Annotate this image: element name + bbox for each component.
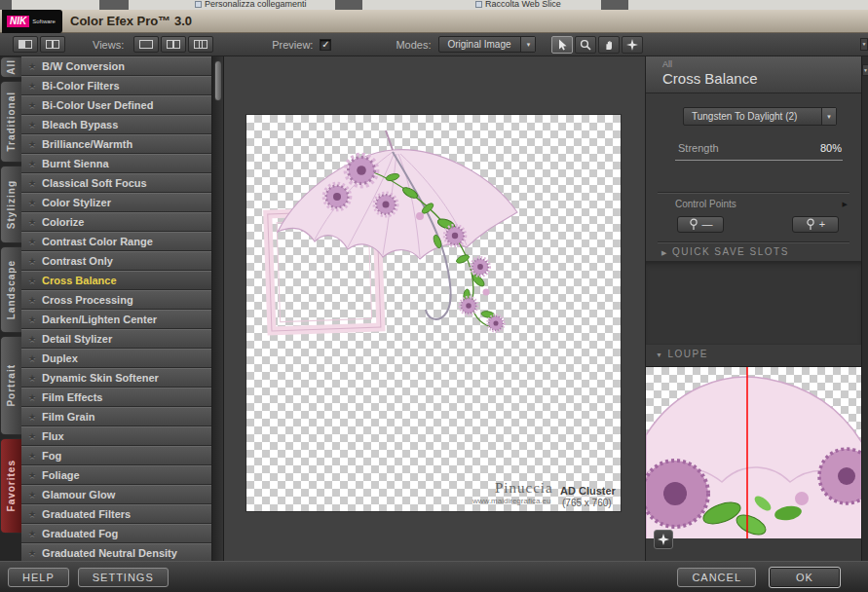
filter-item-fog[interactable]: ★Fog	[21, 446, 212, 465]
toolbar-scroll-arrow-icon[interactable]: ▼	[860, 38, 868, 51]
preview-label: Preview:	[272, 39, 313, 51]
filter-item-color-stylizer[interactable]: ★Color Stylizer	[21, 193, 212, 212]
nik-logo-mark: NIK	[7, 16, 29, 27]
favorites-link[interactable]: Personalizza collegamenti	[195, 0, 307, 9]
filter-item-flux[interactable]: ★Flux	[21, 426, 212, 446]
scroll-down-icon[interactable]: ▼	[862, 64, 868, 76]
nik-software-logo: NIK Software	[2, 10, 62, 33]
loupe-header[interactable]: ▼LOUPE	[656, 349, 708, 359]
filter-label: Darken/Lighten Center	[42, 314, 157, 325]
filter-item-bleach-bypass[interactable]: ★Bleach Bypass	[21, 115, 212, 134]
tab-portrait[interactable]: Portrait	[0, 336, 21, 435]
views-label: Views:	[93, 39, 124, 51]
filter-item-detail-stylizer[interactable]: ★Detail Stylizer	[21, 329, 212, 349]
filter-item-dynamic-skin-softener[interactable]: ★Dynamic Skin Softener	[21, 368, 212, 388]
tab-favorites[interactable]: Favorites	[0, 438, 21, 534]
filter-item-bi-color-filters[interactable]: ★Bi-Color Filters	[21, 76, 212, 95]
loupe-control-point-button[interactable]	[654, 530, 673, 549]
view-single-button[interactable]	[133, 36, 159, 53]
umbrella-artwork	[246, 115, 621, 511]
filter-item-film-effects[interactable]: ★Film Effects	[21, 388, 212, 407]
remove-control-point-button[interactable]: —	[677, 216, 724, 233]
filter-label: Bi-Color Filters	[42, 80, 119, 92]
settings-button[interactable]: SETTINGS	[78, 568, 169, 587]
check-icon: ✓	[321, 39, 329, 50]
filter-item-graduated-filters[interactable]: ★Graduated Filters	[21, 504, 212, 524]
filter-item-bi-color-user-defined[interactable]: ★Bi-Color User Defined	[21, 95, 212, 115]
filter-item-graduated-neutral-density[interactable]: ★Graduated Neutral Density	[21, 543, 212, 561]
loupe-view[interactable]	[646, 366, 861, 538]
filter-item-film-grain[interactable]: ★Film Grain	[21, 407, 212, 426]
filter-label: Duplex	[42, 352, 78, 364]
tab-traditional[interactable]: Traditional	[0, 81, 21, 163]
tab-landscape[interactable]: Landscape	[0, 246, 21, 333]
favorites-link[interactable]: Raccolta Web Slice	[475, 0, 561, 9]
divider	[658, 192, 849, 194]
filter-item-contrast-color-range[interactable]: ★Contrast Color Range	[21, 232, 212, 251]
star-icon: ★	[28, 471, 36, 480]
filter-item-darken-lighten-center[interactable]: ★Darken/Lighten Center	[21, 310, 212, 329]
filter-label: Dynamic Skin Softener	[42, 372, 159, 384]
quick-save-slots-header[interactable]: ▶QUICK SAVE SLOTS	[661, 246, 789, 257]
star-icon: ★	[28, 296, 36, 305]
title-bar: NIK Software Color Efex Pro™ 3.0	[0, 10, 868, 33]
preview-checkbox[interactable]: ✓	[320, 39, 331, 51]
preset-dropdown[interactable]: Tungsten To Daylight (2) ▼	[683, 107, 837, 126]
favorites-folder-icon	[195, 1, 202, 8]
filter-scrollbar[interactable]	[211, 56, 223, 561]
filter-item-brilliance-warmth[interactable]: ★Brilliance/Warmth	[21, 134, 212, 154]
chevron-down-icon: ▼	[520, 37, 535, 52]
tab-label: Traditional	[6, 92, 17, 152]
ok-button[interactable]: OK	[769, 567, 841, 588]
star-icon: ★	[28, 179, 36, 188]
favorites-folder-icon	[475, 1, 482, 8]
panel-edge-scrollbar[interactable]: ▼	[861, 56, 868, 561]
filter-label: Cross Balance	[42, 275, 116, 286]
filter-item-graduated-fog[interactable]: ★Graduated Fog	[21, 524, 212, 543]
compare-tool-button[interactable]	[622, 36, 643, 54]
filter-item-duplex[interactable]: ★Duplex	[21, 349, 212, 368]
zoom-tool-button[interactable]	[575, 36, 596, 54]
panel-header: All Cross Balance	[646, 56, 861, 93]
modes-dropdown[interactable]: Original Image ▼	[438, 36, 536, 53]
filter-item-glamour-glow[interactable]: ★Glamour Glow	[21, 485, 212, 504]
help-button[interactable]: HELP	[8, 568, 69, 587]
pan-tool-button[interactable]	[598, 36, 620, 54]
filter-item-b-w-conversion[interactable]: ★B/W Conversion	[21, 56, 212, 76]
preview-image[interactable]	[246, 115, 621, 511]
star-icon: ★	[28, 335, 36, 344]
filter-item-colorize[interactable]: ★Colorize	[21, 212, 212, 232]
filter-label: Film Effects	[42, 391, 102, 403]
view-split-button[interactable]	[161, 36, 186, 53]
view-sidebyside-button[interactable]	[188, 36, 213, 53]
filter-item-foliage[interactable]: ★Foliage	[21, 465, 212, 485]
category-tabs: AllTraditionalStylizingLandscapePortrait…	[0, 56, 21, 561]
filter-label: Graduated Fog	[42, 528, 118, 539]
layout-button-2[interactable]	[40, 36, 65, 53]
filter-item-classical-soft-focus[interactable]: ★Classical Soft Focus	[21, 173, 212, 193]
filter-item-cross-processing[interactable]: ★Cross Processing	[21, 290, 212, 310]
cancel-button[interactable]: CANCEL	[677, 568, 756, 587]
chevron-down-icon: ▼	[821, 108, 836, 125]
filter-item-contrast-only[interactable]: ★Contrast Only	[21, 251, 212, 271]
star-icon: ★	[28, 121, 36, 130]
tab-all[interactable]: All	[0, 56, 21, 78]
chevron-right-icon[interactable]: ▶	[843, 201, 848, 208]
scrollbar-thumb[interactable]	[214, 60, 222, 101]
control-point-icon	[689, 218, 698, 231]
control-points-label: Control Points	[675, 199, 736, 209]
strength-label: Strength	[678, 142, 719, 154]
chevron-down-icon: ▼	[656, 352, 663, 358]
star-icon: ★	[28, 452, 36, 461]
plus-icon: +	[819, 219, 825, 230]
select-tool-button[interactable]	[551, 36, 573, 54]
star-icon: ★	[28, 413, 36, 422]
tab-stylizing[interactable]: Stylizing	[0, 166, 21, 243]
layout-button-1[interactable]	[13, 36, 38, 53]
filter-item-cross-balance[interactable]: ★Cross Balance	[21, 271, 212, 290]
cursor-icon	[556, 39, 568, 51]
filter-item-burnt-sienna[interactable]: ★Burnt Sienna	[21, 154, 212, 173]
star-icon: ★	[28, 491, 36, 500]
add-control-point-button[interactable]: +	[792, 216, 839, 233]
strength-slider[interactable]	[675, 160, 843, 161]
